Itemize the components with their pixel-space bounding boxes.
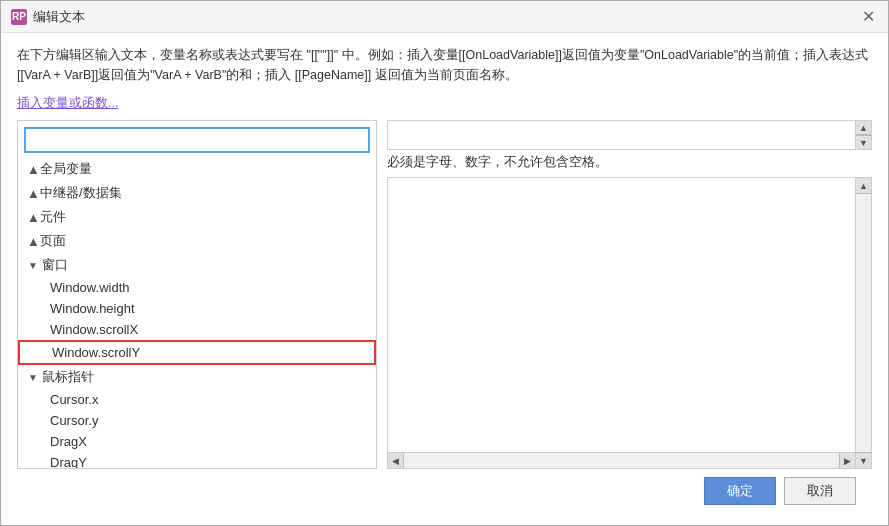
right-v-scroll-top: ▲ ▼ bbox=[856, 120, 872, 150]
tree-child-window-scrolly[interactable]: Window.scrollY bbox=[18, 340, 376, 365]
arrow-icon: ▶ bbox=[27, 213, 38, 221]
tree-child-window-height[interactable]: Window.height bbox=[18, 298, 376, 319]
tree-item-cursor[interactable]: ▼ 鼠标指针 bbox=[18, 365, 376, 389]
dialog-title: 编辑文本 bbox=[33, 8, 85, 26]
title-bar-left: RP 编辑文本 bbox=[11, 8, 85, 26]
left-panel: ▶ 全局变量 ▶ 中继器/数据集 ▶ 元件 ▶ bbox=[17, 120, 377, 469]
tree-child-window-width[interactable]: Window.width bbox=[18, 277, 376, 298]
h-scrollbar: ◀ ▶ bbox=[387, 453, 856, 469]
scroll-down-btn[interactable]: ▼ bbox=[856, 135, 871, 149]
tree-item-label: 页面 bbox=[40, 232, 66, 250]
tree-area[interactable]: ▶ 全局变量 ▶ 中继器/数据集 ▶ 元件 ▶ bbox=[18, 157, 376, 468]
confirm-button[interactable]: 确定 bbox=[704, 477, 776, 505]
tree-item-window[interactable]: ▼ 窗口 bbox=[18, 253, 376, 277]
h-scroll-left-btn[interactable]: ◀ bbox=[388, 453, 404, 468]
edit-text-dialog: RP 编辑文本 ✕ 在下方编辑区输入文本，变量名称或表达式要写在 "[[""]]… bbox=[0, 0, 889, 526]
right-panel: ▲ ▼ 必须是字母、数字，不允许包含空格。 ◀ ▶ bbox=[377, 120, 872, 469]
tree-item-page[interactable]: ▶ 页面 bbox=[18, 229, 376, 253]
app-icon: RP bbox=[11, 9, 27, 25]
bottom-bar: 确定 取消 bbox=[17, 469, 872, 515]
tree-child-drag-y[interactable]: DragY bbox=[18, 452, 376, 468]
tree-child-drag-x[interactable]: DragX bbox=[18, 431, 376, 452]
v-scrollbar-editor: ▲ ▼ bbox=[856, 177, 872, 469]
v-scroll-track bbox=[856, 194, 871, 452]
h-scroll-right-btn[interactable]: ▶ bbox=[839, 453, 855, 468]
cancel-button[interactable]: 取消 bbox=[784, 477, 856, 505]
tree-child-cursor-x[interactable]: Cursor.x bbox=[18, 389, 376, 410]
tree-item-label: 鼠标指针 bbox=[42, 368, 94, 386]
editor-inner: ◀ ▶ bbox=[387, 177, 856, 469]
text-editor[interactable] bbox=[387, 177, 856, 453]
right-top-area: ▲ ▼ bbox=[387, 120, 872, 150]
description-text: 在下方编辑区输入文本，变量名称或表达式要写在 "[[""]]" 中。例如：插入变… bbox=[17, 45, 872, 85]
arrow-icon: ▶ bbox=[27, 189, 38, 197]
h-scroll-track bbox=[404, 453, 839, 468]
validation-message: 必须是字母、数字，不允许包含空格。 bbox=[387, 150, 872, 177]
close-button[interactable]: ✕ bbox=[858, 7, 878, 27]
title-bar: RP 编辑文本 ✕ bbox=[1, 1, 888, 33]
v-scroll-down-btn[interactable]: ▼ bbox=[856, 452, 871, 468]
search-input[interactable] bbox=[24, 127, 370, 153]
search-box bbox=[18, 121, 376, 157]
main-content: ▶ 全局变量 ▶ 中继器/数据集 ▶ 元件 ▶ bbox=[17, 120, 872, 469]
v-scroll-up-btn[interactable]: ▲ bbox=[856, 178, 871, 194]
scroll-up-btn[interactable]: ▲ bbox=[856, 121, 871, 135]
right-top-content bbox=[387, 120, 856, 150]
dialog-body: 在下方编辑区输入文本，变量名称或表达式要写在 "[[""]]" 中。例如：插入变… bbox=[1, 33, 888, 525]
tree-item-global-vars[interactable]: ▶ 全局变量 bbox=[18, 157, 376, 181]
arrow-icon: ▶ bbox=[27, 237, 38, 245]
insert-variable-link[interactable]: 插入变量或函数... bbox=[17, 95, 872, 112]
arrow-icon: ▶ bbox=[27, 165, 38, 173]
tree-item-label: 中继器/数据集 bbox=[40, 184, 122, 202]
tree-item-relay[interactable]: ▶ 中继器/数据集 bbox=[18, 181, 376, 205]
tree-item-label: 元件 bbox=[40, 208, 66, 226]
arrow-icon: ▼ bbox=[28, 372, 38, 383]
tree-item-label: 窗口 bbox=[42, 256, 68, 274]
tree-item-label: 全局变量 bbox=[40, 160, 92, 178]
tree-child-cursor-y[interactable]: Cursor.y bbox=[18, 410, 376, 431]
arrow-icon: ▼ bbox=[28, 260, 38, 271]
editor-area: ◀ ▶ ▲ ▼ bbox=[387, 177, 872, 469]
tree-child-window-scrollx[interactable]: Window.scrollX bbox=[18, 319, 376, 340]
tree-item-component[interactable]: ▶ 元件 bbox=[18, 205, 376, 229]
